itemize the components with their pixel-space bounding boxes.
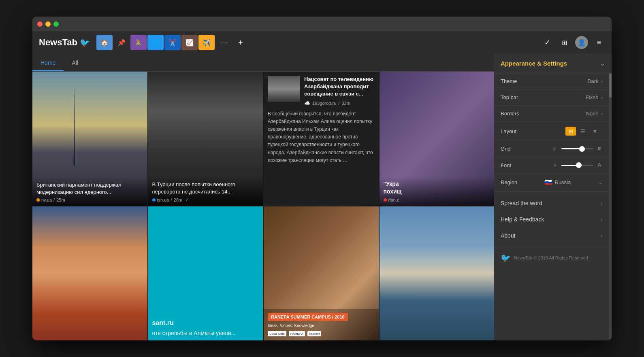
tab-all[interactable]: All [64, 55, 86, 71]
source-dot-icon [36, 198, 40, 202]
settings-inner: Theme Dark › Top bar Fixed › Borders [494, 73, 609, 340]
app-body: NewsTab 🐦 🏠 📌 🚴 🌐 ✂️ 📈 ✈️ ⋯ + ✓ [32, 31, 612, 340]
news-card-4[interactable]: "Украпохищ rian.c [380, 72, 495, 206]
settings-region-row[interactable]: Region 🇷🇺 Russia ⌄ [494, 174, 609, 191]
card4-title: "Украпохищ [384, 180, 490, 196]
grid-slider-track [561, 148, 593, 149]
card3-thumbnail [268, 76, 300, 102]
font-slider-max-icon: A [596, 162, 603, 168]
nav-chart-button[interactable]: 📈 [181, 35, 198, 50]
news-card-5[interactable] [32, 206, 147, 340]
content-area: Home All Британский парламент поддержал … [32, 54, 612, 340]
settings-topbar-row[interactable]: Top bar Fixed › [494, 89, 609, 106]
about-link[interactable]: About › [494, 227, 609, 244]
minimize-button[interactable] [45, 21, 51, 27]
card6-source: sant.ru [152, 319, 259, 327]
borders-label: Borders [501, 110, 586, 117]
layout-options: ⊞ ☰ ≡ [565, 127, 600, 136]
user-avatar[interactable]: 👤 [575, 36, 588, 49]
font-slider[interactable]: A A [552, 162, 603, 168]
grid-slider[interactable]: ⊞ ⊞ [552, 146, 603, 151]
grid-slider-min-icon: ⊞ [552, 147, 558, 151]
theme-chevron-icon: › [601, 78, 603, 84]
checkmark-icon: ✓ [544, 38, 550, 47]
source-dot-icon [152, 198, 156, 202]
settings-borders-row[interactable]: Borders None › [494, 106, 609, 122]
grid-slider-thumb[interactable] [579, 146, 585, 152]
help-feedback-label: Help & Feedback [501, 216, 601, 223]
footer-bird-icon: 🐦 [501, 253, 511, 263]
borders-value: None [586, 110, 599, 117]
spread-word-label: Spread the word [501, 200, 601, 206]
nav-globe-button[interactable]: 🌐 [147, 35, 164, 50]
card6-title: отв стрельбы в Алматы увели... [152, 330, 259, 336]
region-chevron-icon: ⌄ [598, 179, 603, 185]
hamburger-menu-button[interactable]: ≡ [593, 36, 605, 49]
close-button[interactable] [37, 21, 43, 27]
topbar-chevron-icon: › [601, 94, 603, 100]
source-dot-icon [384, 198, 387, 202]
settings-links: Spread the word › Help & Feedback › Abou… [494, 191, 609, 247]
theme-value: Dark [587, 78, 598, 84]
layout-grid-button[interactable]: ⊞ [565, 127, 576, 136]
news-card-6[interactable]: sant.ru отв стрельбы в Алматы увели... [148, 206, 263, 340]
app-logo: NewsTab 🐦 [39, 37, 90, 48]
card2-title: В Турции после попытки военного переворо… [152, 181, 259, 196]
nav-add-button[interactable]: + [232, 35, 249, 50]
region-value: Russia [555, 179, 599, 185]
nav-more-button[interactable]: ⋯ [215, 35, 232, 50]
spread-word-link[interactable]: Spread the word › [494, 195, 609, 211]
main-content: Home All Британский парламент поддержал … [32, 54, 494, 340]
checkmark-button[interactable]: ✓ [541, 36, 553, 49]
card3-body: В сообщении говорится, что президент Азе… [264, 110, 379, 168]
nav-sewing-button[interactable]: ✂️ [164, 35, 181, 50]
region-label: Region [501, 179, 544, 185]
font-slider-track [561, 165, 593, 166]
settings-grid-row: Grid ⊞ ⊞ [494, 141, 609, 157]
settings-header: Appearance & Settings ⌄ [494, 54, 612, 73]
layout-compact-button[interactable]: ≡ [590, 127, 600, 136]
logo-text: NewsTab [39, 37, 77, 48]
spread-word-chevron-icon: › [601, 200, 603, 206]
nav-cycling-button[interactable]: 🚴 [130, 35, 147, 50]
cloud-icon: ☁️ [304, 100, 310, 106]
grid-view-button[interactable]: ⊞ [558, 36, 570, 49]
card1-source: nv.ua / 25m [36, 198, 143, 202]
grid-label: Grid [501, 146, 552, 152]
card3-meta: ☁️ 163gorod.ru / 32m [304, 100, 375, 106]
settings-layout-row: Layout ⊞ ☰ ≡ [494, 122, 609, 141]
borders-chevron-icon: › [601, 110, 603, 117]
news-card-1[interactable]: Британский парламент поддержал модерниза… [32, 72, 147, 206]
nav-home-button[interactable]: 🏠 [96, 35, 113, 50]
nav-icons: 🏠 📌 🚴 🌐 ✂️ 📈 ✈️ ⋯ + [96, 35, 249, 50]
tab-home[interactable]: Home [32, 55, 64, 71]
footer-text: NewsTab © 2016 All Rights Reserved [514, 255, 588, 260]
font-label: Font [501, 162, 552, 168]
settings-font-row: Font A A [494, 157, 609, 174]
layout-list-button[interactable]: ☰ [578, 127, 588, 136]
settings-theme-row[interactable]: Theme Dark › [494, 73, 609, 89]
nav-pin-button[interactable]: 📌 [113, 35, 130, 50]
scrollbar-thumb[interactable] [609, 73, 612, 98]
news-card-8[interactable] [380, 206, 495, 340]
settings-footer: 🐦 NewsTab © 2016 All Rights Reserved [494, 247, 609, 268]
nav-plane-button[interactable]: ✈️ [198, 35, 215, 50]
font-slider-thumb[interactable] [576, 162, 582, 168]
hamburger-icon: ≡ [597, 38, 601, 47]
top-right-icons: ✓ ⊞ 👤 ≡ [541, 36, 605, 49]
news-card-7[interactable]: RANEPA SUMMER CAMPUS / 2016 Ideas. Value… [264, 206, 379, 340]
maximize-button[interactable] [53, 21, 59, 27]
top-bar: NewsTab 🐦 🏠 📌 🚴 🌐 ✂️ 📈 ✈️ ⋯ + ✓ [32, 31, 612, 54]
mac-window: NewsTab 🐦 🏠 📌 🚴 🌐 ✂️ 📈 ✈️ ⋯ + ✓ [32, 17, 612, 340]
settings-collapse-button[interactable]: ⌄ [600, 60, 605, 67]
settings-panel: Appearance & Settings ⌄ Theme Dark › [494, 54, 612, 340]
grid-icon: ⊞ [562, 39, 567, 47]
logo-bird-icon: 🐦 [80, 38, 90, 47]
card1-title: Британский парламент поддержал модерниза… [36, 181, 143, 196]
news-card-3[interactable]: Нацсовет по телевидению Азербайджана про… [264, 72, 379, 206]
layout-label: Layout [501, 128, 565, 134]
news-card-2[interactable]: В Турции после попытки военного переворо… [148, 72, 263, 206]
topbar-value: Fixed [586, 94, 599, 100]
topbar-label: Top bar [501, 94, 586, 100]
help-feedback-link[interactable]: Help & Feedback › [494, 211, 609, 227]
